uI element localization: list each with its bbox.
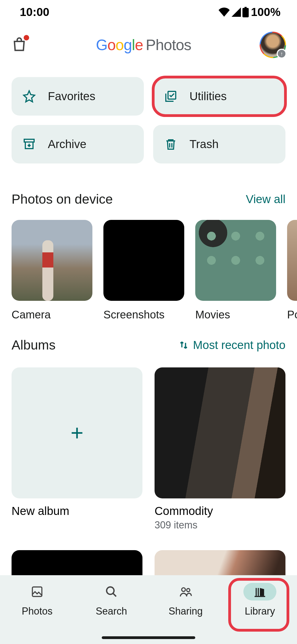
folder-label: Movies — [195, 309, 276, 321]
sharing-icon — [179, 585, 192, 598]
section-title: Albums — [12, 337, 56, 353]
nav-label: Sharing — [169, 605, 203, 617]
folder-camera[interactable]: Camera — [12, 220, 92, 321]
archive-icon — [23, 138, 36, 151]
battery-icon — [242, 7, 249, 17]
wifi-icon — [218, 7, 230, 17]
svg-rect-4 — [32, 587, 42, 597]
folder-screenshots[interactable]: Screenshots — [103, 220, 184, 321]
star-icon — [23, 90, 36, 103]
album-subtitle: 309 items — [155, 519, 285, 531]
utilities-button[interactable]: Utilities — [153, 77, 285, 116]
nav-label: Search — [96, 605, 127, 617]
albums-section-header: Albums Most recent photo — [0, 321, 297, 361]
folder-label: Camera — [12, 309, 92, 321]
print-store-button[interactable] — [11, 37, 28, 53]
folder-label: Screenshots — [103, 309, 184, 321]
svg-rect-1 — [244, 7, 247, 9]
notification-badge-icon — [24, 35, 29, 40]
sort-button[interactable]: Most recent photo — [178, 339, 285, 352]
folder-label: Po — [287, 309, 297, 321]
account-avatar[interactable] — [260, 32, 286, 58]
nav-photos[interactable]: Photos — [4, 583, 70, 617]
cellular-icon — [231, 7, 241, 17]
nav-sharing[interactable]: Sharing — [153, 583, 219, 617]
folder-thumbnail — [195, 220, 276, 301]
nav-search[interactable]: Search — [78, 583, 144, 617]
utilities-icon — [164, 90, 177, 103]
status-indicators: 100% — [218, 6, 280, 19]
folder-thumbnail — [103, 220, 184, 301]
app-logo: Google Photos — [96, 36, 191, 54]
folder-movies[interactable]: Movies — [195, 220, 276, 321]
gesture-bar[interactable] — [102, 636, 195, 639]
album-title: New album — [12, 504, 142, 518]
svg-point-6 — [182, 588, 185, 591]
albums-grid: + New album Commodity 309 items — [0, 361, 297, 542]
nav-label: Photos — [22, 605, 53, 617]
nav-library[interactable]: Library — [227, 583, 293, 617]
library-icon — [254, 585, 266, 598]
device-folders-scroller[interactable]: Camera Screenshots Movies Po — [0, 215, 297, 321]
album-cover — [155, 367, 285, 498]
chip-label: Favorites — [48, 90, 95, 103]
photos-icon — [31, 585, 43, 598]
app-header: Google Photos — [0, 24, 297, 66]
sort-label: Most recent photo — [193, 339, 285, 352]
plus-icon: + — [12, 367, 142, 498]
section-title: Photos on device — [12, 192, 113, 207]
folder-thumbnail — [12, 220, 92, 301]
nav-label: Library — [245, 605, 275, 617]
upload-arrow-icon — [277, 49, 287, 59]
status-time: 10:00 — [20, 6, 49, 19]
album-commodity[interactable]: Commodity 309 items — [155, 367, 285, 531]
svg-rect-3 — [24, 139, 34, 142]
svg-point-7 — [187, 589, 190, 592]
svg-rect-8 — [255, 596, 265, 597]
folder-partial[interactable]: Po — [287, 220, 297, 321]
chip-label: Utilities — [189, 90, 227, 103]
new-album-button[interactable]: + New album — [12, 367, 142, 531]
trash-button[interactable]: Trash — [153, 125, 285, 163]
svg-point-5 — [107, 587, 114, 594]
folder-thumbnail — [287, 220, 297, 301]
sort-arrows-icon — [178, 340, 189, 351]
device-section-header: Photos on device View all — [0, 175, 297, 215]
search-icon — [105, 585, 118, 598]
trash-icon — [164, 138, 177, 151]
chip-label: Trash — [189, 138, 219, 151]
favorites-button[interactable]: Favorites — [12, 77, 144, 116]
view-all-link[interactable]: View all — [246, 193, 285, 206]
status-bar: 10:00 100% — [0, 0, 297, 24]
bottom-navigation: Photos Search Sharing Library — [0, 575, 297, 644]
chip-label: Archive — [48, 138, 86, 151]
archive-button[interactable]: Archive — [12, 125, 144, 163]
album-title: Commodity — [155, 504, 285, 518]
shortcuts-grid: Favorites Utilities Archive Trash — [0, 66, 297, 175]
svg-rect-0 — [242, 8, 249, 17]
battery-percent: 100% — [251, 6, 280, 19]
